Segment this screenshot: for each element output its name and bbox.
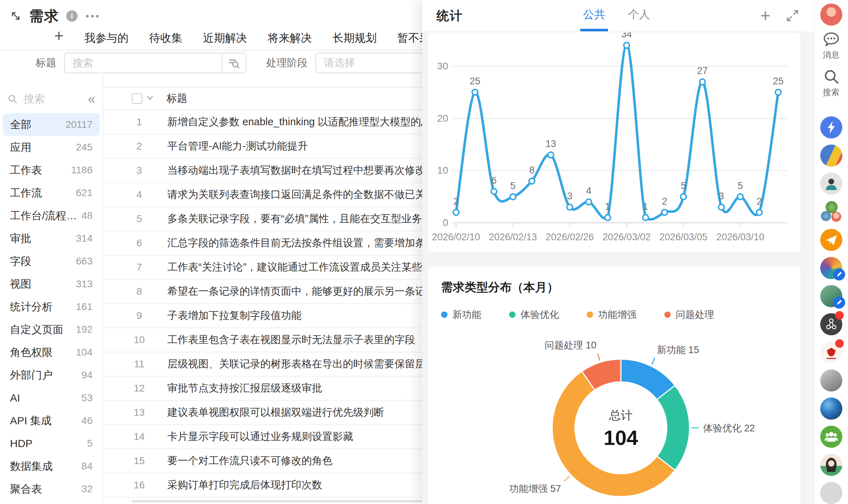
chat-avatar-support[interactable] xyxy=(820,173,842,195)
chat-avatar-molecule[interactable] xyxy=(820,313,842,335)
fullscreen-icon[interactable] xyxy=(785,9,800,23)
expand-page-icon[interactable] xyxy=(9,10,22,22)
donut-chart-title: 需求类型分布（本月） xyxy=(441,279,801,295)
chat-avatar-red-figure[interactable] xyxy=(820,341,842,363)
svg-text:25: 25 xyxy=(470,76,480,86)
legend-item-1[interactable]: 体验优化 xyxy=(509,308,559,321)
sidebar-item-list: 全部20117应用245工作表1186工作流621工作台/流程…48审批314字… xyxy=(0,113,103,500)
row-number: 6 xyxy=(120,237,159,249)
sidebar-item-8[interactable]: 统计分析161 xyxy=(3,295,100,318)
sidebar-item-14[interactable]: HDP5 xyxy=(3,432,100,455)
sidebar-item-0[interactable]: 全部20117 xyxy=(3,113,100,136)
chat-avatar-team[interactable] xyxy=(820,426,842,448)
search-icon xyxy=(7,94,18,104)
title-filter-label: 标题 xyxy=(36,56,56,70)
cluster-photo-2 xyxy=(821,211,831,221)
search-icon xyxy=(823,68,839,85)
sidebar-item-10[interactable]: 角色权限104 xyxy=(3,341,100,364)
add-chart-icon[interactable]: + xyxy=(760,9,770,23)
svg-text:0: 0 xyxy=(443,217,448,228)
svg-text:2026/03/05: 2026/03/05 xyxy=(659,232,707,242)
sidebar-item-label: 应用 xyxy=(10,140,31,155)
sidebar-item-13[interactable]: API 集成46 xyxy=(3,409,100,432)
chat-avatar-photo-bw[interactable] xyxy=(820,369,842,392)
svg-text:6: 6 xyxy=(491,175,497,186)
legend-item-3[interactable]: 问题处理 xyxy=(664,308,714,321)
stats-tab-0[interactable]: 公共 xyxy=(580,0,608,31)
legend-item-2[interactable]: 功能增强 xyxy=(587,308,637,321)
sidebar-item-count: 53 xyxy=(82,392,93,404)
sidebar-item-count: 48 xyxy=(82,210,93,221)
line-chart[interactable]: 01020302026/02/102026/02/132026/02/26202… xyxy=(428,32,800,252)
svg-text:2026/03/10: 2026/03/10 xyxy=(716,232,764,242)
view-tab-4[interactable]: 长期规划 xyxy=(333,30,377,46)
notification-dot xyxy=(835,339,844,348)
sidebar-item-12[interactable]: AI53 xyxy=(3,387,100,409)
sidebar-search[interactable]: 搜索 « xyxy=(0,88,103,110)
legend-item-0[interactable]: 新功能 xyxy=(441,308,481,321)
sidebar-item-label: 自定义页面 xyxy=(10,322,63,337)
sidebar-item-6[interactable]: 字段663 xyxy=(3,250,100,273)
chat-avatar-lego[interactable] xyxy=(820,145,842,167)
sidebar-item-3[interactable]: 工作流621 xyxy=(3,182,100,204)
sidebar-item-11[interactable]: 外部门户94 xyxy=(3,364,100,387)
sidebar-item-9[interactable]: 自定义页面192 xyxy=(3,318,100,341)
sidebar-item-label: AI xyxy=(10,392,20,404)
sidebar-item-count: 20117 xyxy=(66,119,93,130)
chat-avatar-earth[interactable] xyxy=(820,398,842,420)
quick-actions-button[interactable] xyxy=(820,116,842,138)
stats-drawer: 统计 公共个人 + 01020302026/02/102026/02/13202… xyxy=(422,0,814,504)
info-icon[interactable]: i xyxy=(66,10,78,22)
row-number: 4 xyxy=(120,189,159,200)
legend-dot xyxy=(509,311,515,318)
category-sidebar: 搜索 « 全部20117应用245工作表1186工作流621工作台/流程…48审… xyxy=(0,75,103,504)
user-avatar[interactable] xyxy=(820,4,842,26)
advanced-search-icon[interactable] xyxy=(221,53,246,73)
view-tab-1[interactable]: 待收集 xyxy=(149,30,182,46)
svg-text:5: 5 xyxy=(681,180,686,191)
more-actions-icon[interactable] xyxy=(86,15,99,17)
chevron-down-icon[interactable] xyxy=(146,95,154,102)
sidebar-item-7[interactable]: 视图313 xyxy=(3,273,100,295)
global-search-button[interactable]: 搜索 xyxy=(823,68,840,98)
sidebar-item-5[interactable]: 审批314 xyxy=(3,227,100,250)
sidebar-item-1[interactable]: 应用245 xyxy=(3,136,100,159)
svg-text:34: 34 xyxy=(621,32,632,40)
add-view-icon[interactable]: + xyxy=(54,29,64,42)
paper-plane-icon xyxy=(824,233,838,247)
title-column-header: 标题 xyxy=(167,91,187,106)
sidebar-item-4[interactable]: 工作台/流程…48 xyxy=(3,204,100,227)
view-tab-0[interactable]: 我参与的 xyxy=(84,30,129,46)
svg-text:3: 3 xyxy=(719,191,724,201)
select-all-checkbox[interactable] xyxy=(132,93,142,104)
row-number: 2 xyxy=(120,141,159,152)
stats-tab-1[interactable]: 个人 xyxy=(625,0,653,31)
chat-avatar-cartoon-girl[interactable] xyxy=(820,454,842,476)
title-search-input[interactable] xyxy=(65,53,221,73)
group-icon xyxy=(824,430,839,443)
chat-avatar-person-green[interactable] xyxy=(820,285,842,307)
svg-text:2: 2 xyxy=(757,196,762,207)
legend-label: 新功能 xyxy=(452,308,481,321)
view-tab-2[interactable]: 近期解决 xyxy=(203,30,247,46)
row-number: 13 xyxy=(120,407,159,418)
donut-chart[interactable]: 新功能 15体验优化 22功能增强 57问题处理 10总计104 xyxy=(441,321,801,504)
lightning-icon xyxy=(825,120,838,135)
messages-button[interactable]: 消息 xyxy=(823,32,840,61)
chat-avatar-group-cluster[interactable] xyxy=(820,201,842,223)
chat-avatar-paper-plane[interactable] xyxy=(820,229,842,251)
chat-avatar-partial[interactable] xyxy=(820,482,842,504)
sidebar-item-15[interactable]: 数据集成84 xyxy=(3,455,100,478)
sidebar-item-2[interactable]: 工作表1186 xyxy=(3,159,100,182)
row-number: 3 xyxy=(120,165,159,176)
row-title: 请求为关联列表查询接口返回满足条件的全数据不做已关联记 xyxy=(167,188,446,202)
sidebar-item-count: 314 xyxy=(76,233,93,244)
view-list-icon[interactable] xyxy=(21,30,33,43)
chat-avatar-community[interactable] xyxy=(820,257,842,279)
view-tab-3[interactable]: 将来解决 xyxy=(268,30,312,46)
collapse-sidebar-icon[interactable]: « xyxy=(88,94,95,104)
sidebar-item-16[interactable]: 聚合表32 xyxy=(3,478,100,500)
legend-dot xyxy=(664,311,671,318)
stage-select[interactable]: 请选择 xyxy=(315,53,433,73)
notification-dot xyxy=(835,311,844,320)
